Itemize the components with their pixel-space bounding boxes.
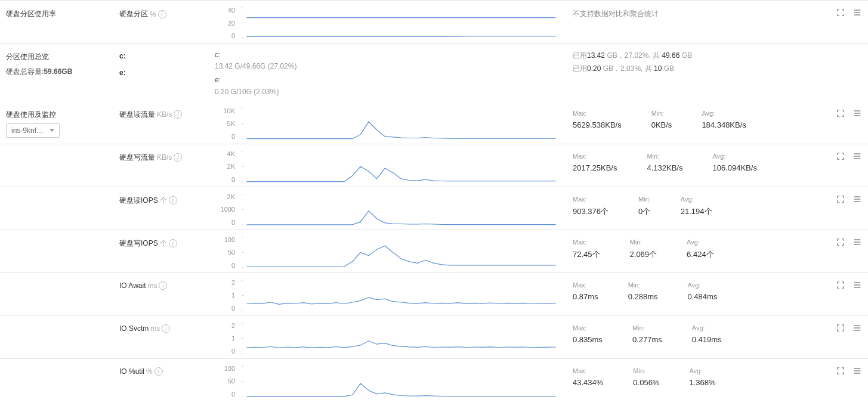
y-tick: 0 xyxy=(231,32,235,39)
info-icon[interactable]: i xyxy=(174,110,182,119)
expand-icon[interactable] xyxy=(836,280,845,290)
dropdown-value: ins-9knf… xyxy=(11,126,44,135)
stat-label: Min: xyxy=(632,324,662,332)
metric-row: 硬盘使用及监控ins-9knf…硬盘读流量KB/si10K5K0Max:5629… xyxy=(0,101,868,144)
info-icon[interactable]: i xyxy=(158,10,166,18)
side-label: 硬盘使用及监控ins-9knf… xyxy=(6,107,119,138)
info-icon[interactable]: i xyxy=(169,196,177,205)
stat-label: Min: xyxy=(630,238,657,246)
chart-area xyxy=(242,365,561,398)
chart-partition: 40 20 0 xyxy=(215,7,561,39)
menu-icon[interactable] xyxy=(852,8,862,17)
stat-avg: Avg:21.194个 xyxy=(681,196,712,217)
metric-unit: KB/s xyxy=(157,153,172,162)
stat-label: Avg: xyxy=(689,367,715,374)
side-spacer xyxy=(6,193,119,196)
note-text: 不支持数据对比和聚合统计 xyxy=(561,7,820,19)
metric-name-text: 硬盘写流量 xyxy=(119,153,155,163)
chart-area xyxy=(242,322,561,355)
summary-line: 已用0.20 GB，2.03%, 共 10 GB xyxy=(573,63,820,76)
metric-title: 硬盘写流量KB/si xyxy=(119,150,215,163)
stat-avg: Avg:0.419ms xyxy=(692,324,722,344)
stat-label: Avg: xyxy=(692,324,722,332)
y-tick: 1000 xyxy=(221,206,235,213)
menu-icon[interactable] xyxy=(852,194,862,204)
info-icon[interactable]: i xyxy=(155,367,163,376)
menu-icon[interactable] xyxy=(852,366,862,376)
menu-icon[interactable] xyxy=(852,151,862,161)
expand-icon[interactable] xyxy=(836,194,845,204)
y-tick: 10K xyxy=(223,107,235,114)
summary-line: 已用13.42 GB，27.02%, 共 49.66 GB xyxy=(573,49,820,63)
overview-title: 分区使用总览 xyxy=(6,52,119,62)
info-icon[interactable]: i xyxy=(159,281,167,290)
stat-label: Min: xyxy=(628,281,658,289)
stat-avg: Avg:6.424个 xyxy=(687,238,714,260)
stat-label: Max: xyxy=(573,367,603,374)
chart-ylabels: 210 xyxy=(215,322,239,355)
chart-ylabels: 2K10000 xyxy=(215,193,239,226)
info-icon[interactable]: i xyxy=(162,324,170,333)
stat-max: Max:43.434% xyxy=(573,367,603,387)
expand-icon[interactable] xyxy=(836,8,845,17)
info-icon[interactable]: i xyxy=(169,239,177,247)
stat-label: Max: xyxy=(573,110,622,117)
summary-prefix: 已用 xyxy=(573,64,587,73)
metric-row: 硬盘读IOPS个i2K10000Max:903.376个Min:0个Avg:21… xyxy=(0,187,868,230)
metric-unit: KB/s xyxy=(157,110,172,119)
metric-title: IO %util%i xyxy=(119,365,215,376)
chart-area xyxy=(242,150,561,183)
capacity-label: 硬盘总容量: xyxy=(6,67,44,76)
row-actions xyxy=(820,279,862,290)
expand-icon[interactable] xyxy=(836,109,845,118)
y-tick: 2 xyxy=(231,279,235,286)
expand-icon[interactable] xyxy=(836,323,845,333)
chevron-down-icon xyxy=(50,129,54,132)
side-spacer xyxy=(6,150,119,153)
metric-row: IO Svctmmsi210Max:0.835msMin:0.277msAvg:… xyxy=(0,315,868,358)
chart-6: 100500 xyxy=(215,365,561,398)
stat-max: Max:5629.538KB/s xyxy=(573,110,622,129)
expand-icon[interactable] xyxy=(836,237,845,247)
metric-unit: ms xyxy=(147,281,157,290)
menu-icon[interactable] xyxy=(852,237,862,247)
metric-row: 硬盘写流量KB/si4K2K0Max:2017.25KB/sMin:4.132K… xyxy=(0,144,868,187)
metric-title: 硬盘分区 % i xyxy=(119,7,215,19)
y-tick: 50 xyxy=(228,249,235,256)
chart-ylabels: 100500 xyxy=(215,365,239,398)
stats: Max:43.434%Min:0.056%Avg:1.368% xyxy=(561,365,820,387)
info-icon[interactable]: i xyxy=(174,153,182,162)
stat-value: 72.45个 xyxy=(573,249,600,260)
stat-label: Max: xyxy=(573,153,617,160)
expand-icon[interactable] xyxy=(836,366,845,376)
expand-icon[interactable] xyxy=(836,151,845,161)
menu-icon[interactable] xyxy=(852,280,862,290)
summary-total-prefix: 共 xyxy=(651,51,662,60)
stat-value: 0KB/s xyxy=(651,120,672,129)
stat-avg: Avg:106.094KB/s xyxy=(712,153,756,172)
y-tick: 100 xyxy=(224,365,235,372)
side-spacer xyxy=(6,236,119,238)
stat-label: Avg: xyxy=(687,238,714,246)
stats: Max:0.835msMin:0.277msAvg:0.419ms xyxy=(561,322,820,344)
row-actions xyxy=(820,107,862,118)
metric-name-text: IO Svctm xyxy=(119,324,149,333)
chart-area xyxy=(242,107,561,140)
row-actions xyxy=(820,7,862,17)
stat-max: Max:0.87ms xyxy=(573,281,598,301)
chart-area xyxy=(242,236,561,269)
metric-unit: % xyxy=(150,10,156,18)
y-tick: 0 xyxy=(231,219,235,226)
drive-detail-line: 0.20 G/10G (2.03%) xyxy=(215,86,561,98)
stat-value: 4.132KB/s xyxy=(647,163,682,172)
y-tick: 0 xyxy=(231,262,235,269)
instance-dropdown[interactable]: ins-9knf… xyxy=(6,123,60,138)
stat-label: Max: xyxy=(573,281,598,289)
metric-name-text: IO %util xyxy=(119,367,144,376)
row-actions xyxy=(820,150,862,161)
chart-ylabels: 100500 xyxy=(215,236,239,269)
menu-icon[interactable] xyxy=(852,323,862,333)
y-tick: 5K xyxy=(227,120,235,127)
menu-icon[interactable] xyxy=(852,109,862,118)
stat-value: 0.419ms xyxy=(692,335,722,344)
